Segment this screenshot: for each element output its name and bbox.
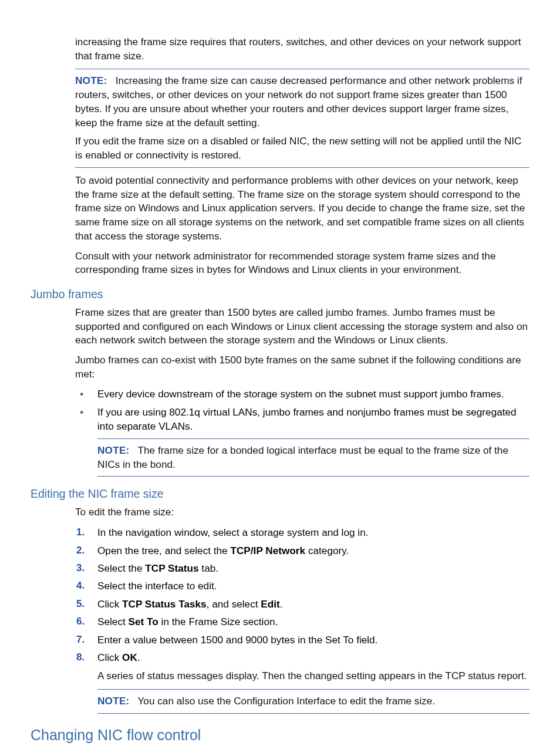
note-bonded-text: NOTE: The frame size for a bonded logica… — [97, 444, 529, 471]
step-7: Enter a value between 1500 and 9000 byte… — [75, 633, 529, 647]
note-body-1: Increasing the frame size can cause decr… — [75, 75, 522, 128]
note-text-2: If you edit the frame size on a disabled… — [75, 134, 529, 162]
note-config-interface: NOTE: You can also use the Configuration… — [97, 689, 529, 714]
intro-paragraph: increasing the frame size requires that … — [75, 35, 529, 63]
edit-lead: To edit the frame size: — [75, 505, 529, 519]
note-label: NOTE: — [97, 695, 129, 707]
intro-block: increasing the frame size requires that … — [75, 35, 529, 277]
note-text-1: NOTE: Increasing the frame size can caus… — [75, 74, 529, 130]
page: increasing the frame size requires that … — [0, 0, 560, 746]
step-8: Click OK. — [75, 650, 529, 664]
note-bonded: NOTE: The frame size for a bonded logica… — [97, 438, 529, 477]
note-label: NOTE: — [97, 444, 129, 456]
heading-jumbo-frames: Jumbo frames — [31, 288, 529, 301]
step-6: Select Set To in the Frame Size section. — [75, 615, 529, 629]
note-config-text: NOTE: You can also use the Configuration… — [97, 694, 529, 708]
step-1: In the navigation window, select a stora… — [75, 525, 529, 539]
step-5: Click TCP Status Tasks, and select Edit. — [75, 597, 529, 611]
paragraph-consult: Consult with your network administrator … — [75, 249, 529, 277]
paragraph-avoid: To avoid potential connectivity and perf… — [75, 174, 529, 244]
jumbo-block: Frame sizes that are greater than 1500 b… — [75, 306, 529, 477]
note-frame-size: NOTE: Increasing the frame size can caus… — [75, 69, 529, 167]
jumbo-p1: Frame sizes that are greater than 1500 b… — [75, 306, 529, 347]
jumbo-p2: Jumbo frames can co-exist with 1500 byte… — [75, 353, 529, 381]
heading-editing-nic: Editing the NIC frame size — [31, 487, 529, 501]
step-2: Open the tree, and select the TCP/IP Net… — [75, 544, 529, 558]
note-label: NOTE: — [75, 75, 107, 86]
note-bonded-body: The frame size for a bonded logical inte… — [97, 444, 508, 470]
edit-block: To edit the frame size: In the navigatio… — [75, 505, 529, 714]
edit-steps: In the navigation window, select a stora… — [75, 525, 529, 664]
bullet-1: Every device downstream of the storage s… — [75, 387, 529, 401]
step-3: Select the TCP Status tab. — [75, 561, 529, 575]
note-config-body: You can also use the Configuration Inter… — [137, 695, 435, 707]
edit-after: A series of status messages display. The… — [97, 669, 529, 683]
heading-flow-control: Changing NIC flow control — [31, 727, 529, 744]
jumbo-bullets: Every device downstream of the storage s… — [75, 387, 529, 434]
bullet-2: If you are using 802.1q virtual LANs, ju… — [75, 406, 529, 433]
step-4: Select the interface to edit. — [75, 579, 529, 593]
